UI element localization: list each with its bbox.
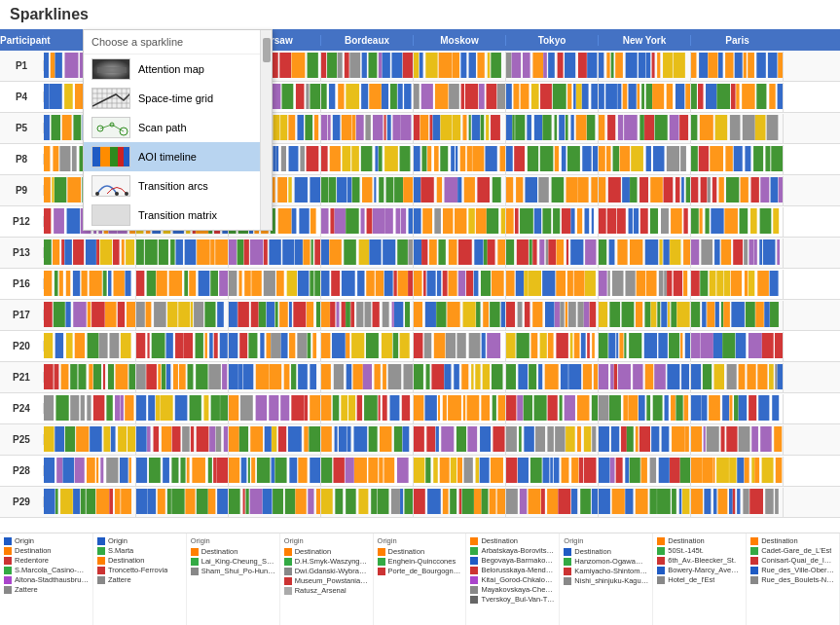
legend-item: Begovaya-Barmakonova <box>470 556 555 565</box>
svg-rect-746 <box>214 333 218 358</box>
svg-rect-728 <box>770 302 779 327</box>
svg-rect-785 <box>592 333 595 358</box>
legend-item: Ratusz_Arsenal <box>284 586 369 595</box>
svg-rect-429 <box>278 208 292 234</box>
svg-rect-800 <box>722 333 735 358</box>
svg-rect-717 <box>676 302 689 327</box>
svg-rect-138 <box>576 84 582 109</box>
svg-rect-327 <box>52 177 54 202</box>
svg-rect-219 <box>486 115 489 140</box>
svg-rect-1016 <box>599 426 609 452</box>
svg-rect-149 <box>652 84 664 109</box>
legend-item-text: Destination <box>201 547 238 556</box>
svg-rect-982 <box>250 426 263 452</box>
svg-rect-992 <box>347 426 350 452</box>
svg-rect-999 <box>426 426 435 452</box>
svg-rect-274 <box>281 146 286 171</box>
svg-rect-743 <box>196 333 203 358</box>
svg-rect-523 <box>421 239 427 265</box>
svg-rect-446 <box>434 208 441 234</box>
svg-rect-826 <box>222 364 227 389</box>
svg-rect-878 <box>747 364 755 389</box>
svg-rect-459 <box>562 208 570 234</box>
svg-rect-294 <box>460 146 466 171</box>
sparkline-dropdown[interactable]: Choose a sparkline Attention mapSpace-ti… <box>83 29 273 231</box>
cell-sparkline <box>44 270 136 299</box>
legend-item-text: Destination <box>15 546 52 555</box>
svg-rect-193 <box>288 115 295 140</box>
svg-rect-1180 <box>691 489 703 514</box>
svg-rect-819 <box>162 364 165 389</box>
svg-rect-941 <box>623 395 628 421</box>
svg-rect-377 <box>552 177 565 202</box>
dropdown-item[interactable]: Scan path <box>84 113 272 142</box>
cell-sparkline <box>599 239 691 268</box>
svg-rect-196 <box>314 115 318 140</box>
svg-rect-383 <box>622 177 630 202</box>
svg-rect-923 <box>443 395 447 421</box>
svg-rect-862 <box>583 364 592 389</box>
svg-rect-375 <box>525 177 537 202</box>
legend-color-swatch <box>657 567 665 574</box>
svg-rect-1126 <box>158 489 165 514</box>
svg-rect-1134 <box>243 489 245 514</box>
cell-sparkline <box>691 114 784 143</box>
svg-rect-1067 <box>346 458 354 483</box>
svg-rect-1046 <box>149 458 161 483</box>
svg-rect-894 <box>148 395 155 421</box>
legend-item: Origin <box>97 536 182 545</box>
svg-rect-527 <box>458 239 472 265</box>
svg-rect-993 <box>353 426 367 452</box>
svg-rect-1153 <box>427 489 441 514</box>
svg-rect-33 <box>345 53 349 78</box>
cell-sparkline <box>506 394 599 423</box>
cell-sparkline <box>691 425 784 455</box>
svg-rect-127 <box>479 84 485 109</box>
svg-rect-240 <box>670 115 679 140</box>
svg-rect-656 <box>167 302 177 327</box>
table-row: P29 <box>0 487 840 518</box>
svg-rect-1216 <box>118 147 124 167</box>
svg-rect-814 <box>116 364 128 389</box>
svg-rect-1168 <box>571 489 577 514</box>
legend-item: Conisart-Quai_de_la_G <box>750 556 835 565</box>
cell-sparkline <box>44 363 136 392</box>
svg-rect-935 <box>560 395 563 421</box>
dropdown-item[interactable]: Transition matrix <box>84 201 272 230</box>
dropdown-item[interactable]: Transition arcs <box>84 171 272 201</box>
legend-item: S.Marta <box>97 546 182 555</box>
svg-rect-534 <box>530 239 532 265</box>
svg-rect-885 <box>70 395 79 421</box>
svg-rect-495 <box>145 239 158 265</box>
header-newyork: New York <box>599 35 691 46</box>
svg-rect-1049 <box>180 458 185 483</box>
svg-rect-779 <box>548 333 554 358</box>
dropdown-item[interactable]: AOI timeline <box>84 142 272 171</box>
cell-sparkline <box>691 457 784 486</box>
legend-item: Redentore <box>4 556 89 565</box>
svg-rect-448 <box>455 208 466 234</box>
dropdown-thumb <box>91 146 130 167</box>
svg-rect-160 <box>756 84 766 109</box>
svg-rect-718 <box>691 302 700 327</box>
dropdown-scrollbar-thumb[interactable] <box>263 38 271 62</box>
legend-item: Belorusskaya-Mendelee <box>470 566 555 574</box>
svg-rect-1130 <box>197 489 208 514</box>
dropdown-item[interactable]: Space-time grid <box>84 84 272 113</box>
legend-item: Museum_Powstania-Plz <box>284 576 369 585</box>
legend-item: Porte_de_Bourgogne-St <box>378 567 462 575</box>
svg-rect-371 <box>477 177 490 202</box>
svg-rect-683 <box>392 302 394 327</box>
svg-rect-762 <box>351 333 364 358</box>
svg-rect-550 <box>670 239 680 265</box>
svg-rect-457 <box>542 208 551 234</box>
svg-rect-642 <box>757 271 769 296</box>
svg-rect-913 <box>348 395 355 421</box>
svg-rect-548 <box>659 239 662 265</box>
svg-rect-56 <box>548 53 555 78</box>
svg-rect-957 <box>749 395 756 421</box>
svg-rect-61 <box>599 53 603 78</box>
dropdown-scrollbar[interactable] <box>260 30 272 230</box>
dropdown-item[interactable]: Attention map <box>84 55 272 84</box>
svg-rect-838 <box>347 364 352 389</box>
